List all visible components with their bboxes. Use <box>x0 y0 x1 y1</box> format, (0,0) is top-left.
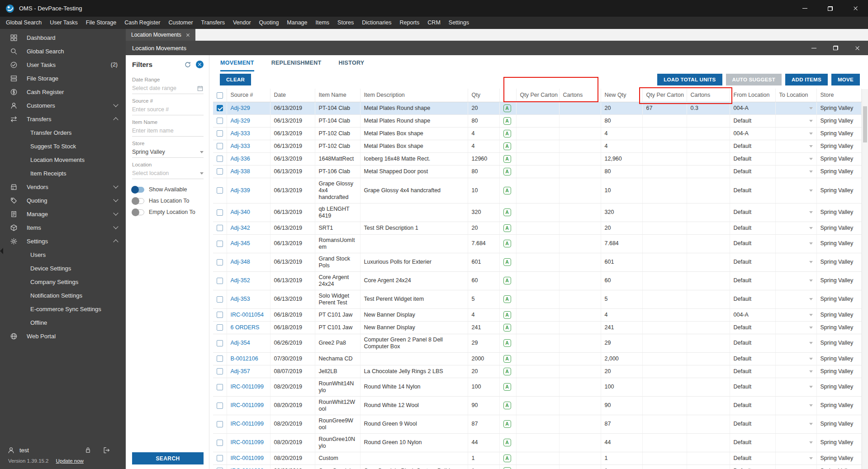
row-checkbox[interactable] <box>217 105 223 111</box>
source-link[interactable]: IRC-0011099 <box>231 384 264 390</box>
lock-icon[interactable] <box>84 446 92 454</box>
toggle-show-available[interactable]: Show Available <box>132 186 204 193</box>
menu-item-reports[interactable]: Reports <box>396 17 424 29</box>
sidebar-item-settings[interactable]: Settings <box>0 234 126 248</box>
table-row[interactable]: IRC-001109908/20/2019RounWhit14NyloRound… <box>213 378 862 396</box>
table-row[interactable]: 6 ORDERS06/18/2019PT C101 JawNew Banner … <box>213 321 862 334</box>
source-link[interactable]: Adj-354 <box>231 340 250 346</box>
menu-item-crm[interactable]: CRM <box>423 17 444 29</box>
to-location-select[interactable] <box>779 259 813 265</box>
to-location-select[interactable] <box>779 340 813 346</box>
source-link[interactable]: Adj-336 <box>231 156 250 162</box>
row-checkbox[interactable] <box>217 440 223 446</box>
source-link[interactable]: IRC-0011099 <box>231 455 264 461</box>
sidebar-item-user-tasks[interactable]: User Tasks(2) <box>0 58 126 71</box>
column-header-new_qty[interactable]: New Qty <box>601 89 642 102</box>
toggle-switch[interactable] <box>132 209 144 215</box>
table-row[interactable]: IRC-001109908/20/2019RounGree10NyloRound… <box>213 433 862 452</box>
sidebar-item-e-commerce-sync-settings[interactable]: E-commerce Sync Settings <box>0 302 126 316</box>
table-row[interactable]: Adj-34806/13/2019Grand Stock PolsLuxurio… <box>213 253 862 271</box>
column-header-cartons2[interactable]: Cartons <box>687 89 730 102</box>
column-header-store[interactable]: Store <box>816 89 862 102</box>
row-checkbox[interactable] <box>217 241 223 247</box>
search-button[interactable]: SEARCH <box>132 452 204 464</box>
tab-movement[interactable]: MOVEMENT <box>220 60 254 71</box>
source-link[interactable]: Adj-353 <box>231 296 250 302</box>
menu-item-customer[interactable]: Customer <box>164 17 197 29</box>
to-location-select[interactable] <box>779 118 813 124</box>
column-header-qty[interactable]: Qty <box>468 89 499 102</box>
table-row[interactable]: IRC-001109908/20/2019Core GandalCore Gan… <box>213 464 862 469</box>
menu-item-user-tasks[interactable]: User Tasks <box>46 17 82 29</box>
menu-item-manage[interactable]: Manage <box>283 17 311 29</box>
row-checkbox[interactable] <box>217 259 223 265</box>
menu-item-transfers[interactable]: Transfers <box>197 17 229 29</box>
logout-icon[interactable] <box>103 446 110 454</box>
to-location-select[interactable] <box>779 168 813 175</box>
source-link[interactable]: Adj-348 <box>231 259 250 265</box>
row-checkbox[interactable] <box>217 384 223 390</box>
table-row[interactable]: Adj-35206/13/2019Core Argent 24x24Core A… <box>213 271 862 290</box>
table-row[interactable]: Adj-33606/13/20191648MattRectIceberg 16x… <box>213 152 862 165</box>
row-checkbox[interactable] <box>217 296 223 303</box>
source-link[interactable]: Adj-338 <box>231 168 250 175</box>
to-location-select[interactable] <box>779 156 813 162</box>
row-checkbox[interactable] <box>217 355 223 362</box>
source-link[interactable]: IRC-0011099 <box>231 402 264 408</box>
sidebar-item-item-receipts[interactable]: Item Receipts <box>0 166 126 180</box>
source-input[interactable] <box>132 106 204 113</box>
column-header-from[interactable]: From Location <box>730 89 775 102</box>
sidebar-item-company-settings[interactable]: Company Settings <box>0 275 126 289</box>
sidebar-item-transfer-orders[interactable]: Transfer Orders <box>0 126 126 139</box>
to-location-select[interactable] <box>779 402 813 409</box>
row-checkbox[interactable] <box>217 143 223 149</box>
menu-item-global-search[interactable]: Global Search <box>2 17 46 29</box>
sidebar-item-users[interactable]: Users <box>0 248 126 261</box>
sidebar-item-items[interactable]: Items <box>0 221 126 234</box>
to-location-select[interactable] <box>779 240 813 247</box>
menu-item-settings[interactable]: Settings <box>445 17 473 29</box>
add-items-button[interactable]: ADD ITEMS <box>785 74 828 85</box>
table-row[interactable]: IRC-001109908/20/2019Custom1A1DefaultSpr… <box>213 452 862 464</box>
row-checkbox[interactable] <box>217 168 223 175</box>
toggle-switch[interactable] <box>132 187 144 193</box>
to-location-select[interactable] <box>779 355 813 362</box>
table-row[interactable]: Adj-33806/13/2019PT-106 ClabMetal Shappe… <box>213 165 862 178</box>
table-row[interactable]: IRC-001105406/18/2019PT C101 JawNew Bann… <box>213 308 862 321</box>
to-location-select[interactable] <box>779 143 813 150</box>
menu-item-items[interactable]: Items <box>312 17 334 29</box>
source-link[interactable]: Adj-352 <box>231 277 250 284</box>
to-location-select[interactable] <box>779 225 813 232</box>
menu-item-file-storage[interactable]: File Storage <box>82 17 120 29</box>
tab-close-icon[interactable] <box>186 33 190 37</box>
to-location-select[interactable] <box>779 421 813 427</box>
to-location-select[interactable] <box>779 312 813 318</box>
row-checkbox[interactable] <box>217 130 223 137</box>
table-row[interactable]: IRC-001109908/20/2019RounWhit12WoolRound… <box>213 396 862 415</box>
toggle-empty-location-to[interactable]: Empty Location To <box>132 209 204 215</box>
row-checkbox[interactable] <box>217 312 223 318</box>
sidebar-item-file-storage[interactable]: File Storage <box>0 71 126 85</box>
table-row[interactable]: IRC-001109908/20/2019RounGree9WoolRound … <box>213 415 862 433</box>
tab-history[interactable]: HISTORY <box>338 60 364 71</box>
date-range-input[interactable] <box>132 85 197 91</box>
inner-close-button[interactable] <box>846 41 868 55</box>
source-link[interactable]: Adj-333 <box>231 130 250 137</box>
column-header-desc[interactable]: Item Description <box>360 89 468 102</box>
to-location-select[interactable] <box>779 455 813 462</box>
close-button[interactable] <box>843 0 868 17</box>
move-button[interactable]: MOVE <box>831 74 860 85</box>
update-now-link[interactable]: Update now <box>56 458 84 464</box>
table-row[interactable]: Adj-34006/13/2019qb LENGHT 6419320A320De… <box>213 203 862 222</box>
sidebar-item-customers[interactable]: Customers <box>0 99 126 112</box>
row-checkbox[interactable] <box>217 421 223 427</box>
clear-button[interactable]: CLEAR <box>220 74 251 85</box>
maximize-button[interactable] <box>817 0 843 17</box>
to-location-select[interactable] <box>779 105 813 112</box>
column-header-to[interactable]: To Location <box>775 89 816 102</box>
menu-item-stores[interactable]: Stores <box>333 17 358 29</box>
to-location-select[interactable] <box>779 277 813 284</box>
sidebar-item-notification-settings[interactable]: Notification Settings <box>0 289 126 302</box>
source-link[interactable]: B-0012106 <box>231 355 258 362</box>
source-link[interactable]: Adj-345 <box>231 240 250 246</box>
